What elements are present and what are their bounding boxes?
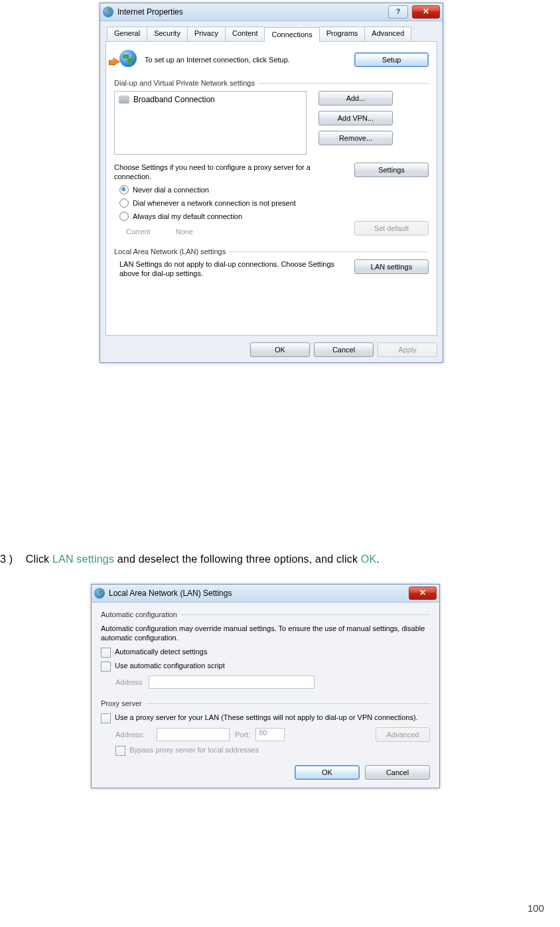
connection-name: Broadband Connection bbox=[133, 95, 215, 104]
setup-intro-text: To set up an Internet connection, click … bbox=[145, 55, 346, 64]
ok-button[interactable]: OK bbox=[250, 342, 310, 357]
add-button[interactable]: Add... bbox=[318, 91, 393, 106]
tab-strip: GeneralSecurityPrivacyContentConnections… bbox=[107, 27, 437, 41]
proxy-port-label: Port: bbox=[235, 731, 250, 739]
tab-connections[interactable]: Connections bbox=[264, 27, 319, 42]
titlebar[interactable]: Local Area Network (LAN) Settings ✕ bbox=[92, 585, 439, 603]
lan-legend: Local Area Network (LAN) settings bbox=[114, 248, 429, 255]
checkbox-icon bbox=[101, 662, 111, 672]
address-label: Address bbox=[115, 678, 142, 686]
current-value: None bbox=[176, 228, 193, 236]
internet-options-icon bbox=[103, 7, 113, 17]
proxy-address-label: Address: bbox=[115, 731, 151, 739]
setup-button[interactable]: Setup bbox=[354, 52, 429, 67]
radio-icon bbox=[119, 212, 129, 221]
close-icon[interactable]: ✕ bbox=[412, 5, 440, 19]
tab-security[interactable]: Security bbox=[147, 27, 188, 41]
list-item[interactable]: Broadband Connection bbox=[117, 94, 303, 105]
ok-link: OK bbox=[361, 553, 377, 565]
instruction-step-3: 3 ) Click LAN settings and deselect the … bbox=[0, 553, 380, 565]
radio-icon bbox=[119, 185, 129, 194]
cancel-button[interactable]: Cancel bbox=[314, 342, 374, 357]
tab-body-connections: To set up an Internet connection, click … bbox=[105, 41, 437, 336]
tab-content[interactable]: Content bbox=[225, 27, 265, 41]
connections-listbox[interactable]: Broadband Connection bbox=[114, 91, 307, 155]
tab-general[interactable]: General bbox=[107, 27, 147, 41]
window-title: Internet Properties bbox=[117, 7, 384, 17]
advanced-button: Advanced bbox=[376, 727, 430, 742]
checkbox-icon bbox=[101, 713, 111, 723]
close-icon[interactable]: ✕ bbox=[409, 587, 437, 600]
settings-button[interactable]: Settings bbox=[354, 163, 429, 177]
window-title: Local Area Network (LAN) Settings bbox=[109, 589, 405, 598]
proxy-address-input bbox=[157, 728, 230, 741]
auto-config-legend: Automatic configuration bbox=[101, 610, 430, 618]
checkbox-icon bbox=[115, 746, 125, 756]
cancel-button[interactable]: Cancel bbox=[365, 765, 430, 780]
chk-use-proxy[interactable]: Use a proxy server for your LAN (These s… bbox=[101, 713, 430, 723]
globe-setup-icon bbox=[114, 50, 137, 70]
step-number: 3 ) bbox=[0, 553, 23, 565]
lan-settings-window: Local Area Network (LAN) Settings ✕ Auto… bbox=[91, 584, 440, 788]
checkbox-icon bbox=[101, 648, 111, 658]
add-vpn-button[interactable]: Add VPN... bbox=[318, 111, 393, 125]
lan-note-text: LAN Settings do not apply to dial-up con… bbox=[119, 259, 342, 278]
tab-privacy[interactable]: Privacy bbox=[187, 27, 226, 41]
set-default-button: Set default bbox=[354, 221, 429, 236]
auto-config-text: Automatic configuration may override man… bbox=[101, 624, 430, 642]
chk-bypass-local: Bypass proxy server for local addresses bbox=[115, 746, 430, 756]
radio-icon bbox=[119, 198, 129, 208]
proxy-legend: Proxy server bbox=[101, 699, 430, 707]
chk-auto-detect[interactable]: Automatically detect settings bbox=[101, 648, 430, 658]
remove-button[interactable]: Remove... bbox=[318, 131, 393, 145]
tab-programs[interactable]: Programs bbox=[319, 27, 366, 41]
connection-icon bbox=[119, 96, 129, 104]
chk-auto-script[interactable]: Use automatic configuration script bbox=[101, 662, 430, 672]
script-address-input bbox=[149, 676, 315, 689]
internet-properties-window: Internet Properties ? ✕ GeneralSecurityP… bbox=[100, 3, 443, 363]
radio-never-dial[interactable]: Never dial a connection bbox=[114, 185, 429, 194]
help-button[interactable]: ? bbox=[388, 5, 408, 19]
radio-always-dial[interactable]: Always dial my default connection bbox=[114, 212, 429, 221]
proxy-note-text: Choose Settings if you need to configure… bbox=[114, 163, 342, 181]
ok-button[interactable]: OK bbox=[295, 765, 360, 780]
proxy-port-input: 80 bbox=[255, 728, 285, 741]
apply-button: Apply bbox=[378, 342, 437, 357]
current-label: Current bbox=[126, 228, 151, 236]
titlebar[interactable]: Internet Properties ? ✕ bbox=[100, 3, 443, 21]
dialup-legend: Dial-up and Virtual Private Network sett… bbox=[114, 79, 429, 87]
lan-settings-link: LAN settings bbox=[52, 553, 114, 565]
internet-options-icon bbox=[94, 588, 105, 599]
page-number: 100 bbox=[527, 902, 544, 914]
lan-settings-button[interactable]: LAN settings bbox=[354, 259, 429, 274]
tab-advanced[interactable]: Advanced bbox=[364, 27, 411, 41]
radio-dial-not-present[interactable]: Dial whenever a network connection is no… bbox=[114, 198, 429, 208]
